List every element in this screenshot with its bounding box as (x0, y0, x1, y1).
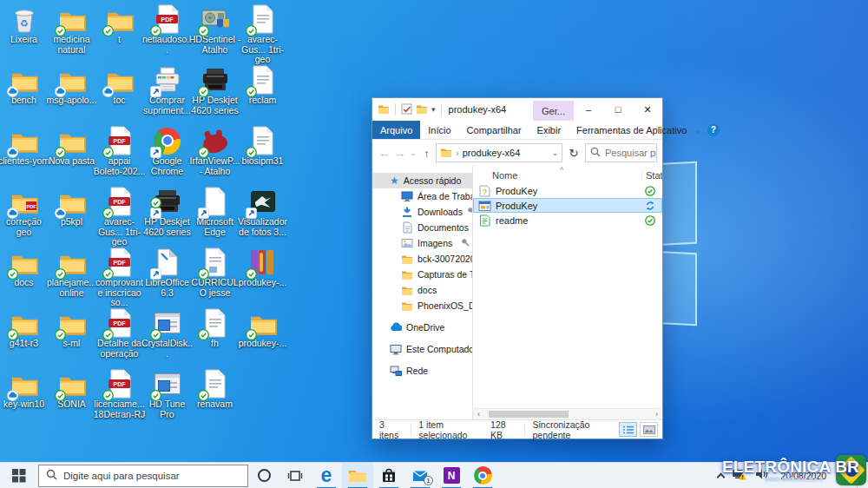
desktop-icon-detalhe-da-operacao[interactable]: PDFDetalhe da operação (95, 306, 143, 366)
taskbar-task-view-button[interactable] (279, 463, 311, 488)
contextual-tab-manage[interactable]: Ger... (533, 101, 574, 121)
file-row-produkey-1[interactable]: ?ProduKey (473, 183, 662, 198)
start-button[interactable] (0, 463, 38, 488)
refresh-icon[interactable]: ↻ (565, 147, 582, 160)
customize-qat-chevron-icon[interactable]: ▾ (431, 105, 436, 114)
scrollbar-thumb[interactable] (489, 411, 569, 418)
desktop-icon-g41t-r3[interactable]: g41t-r3 (0, 306, 48, 366)
address-dropdown-chevron-icon[interactable]: ⌄ (551, 148, 558, 157)
new-folder-icon[interactable] (416, 102, 428, 116)
minimize-button[interactable]: – (574, 98, 603, 121)
desktop-icon-s-ml[interactable]: s-ml (48, 306, 95, 366)
desktop-icon-visualizador-de-fotos-3[interactable]: Visualizador de fotos 3... (239, 184, 286, 245)
maximize-button[interactable]: □ (603, 98, 633, 121)
file-row-readme-3[interactable]: readme (473, 213, 662, 228)
hidden-icons-chevron-icon[interactable] (717, 472, 726, 481)
taskbar-onenote-button[interactable]: N (436, 463, 467, 488)
sidebar-item-docs[interactable]: docs (372, 282, 472, 298)
taskbar-file-explorer-button[interactable] (342, 463, 373, 488)
sidebar-item-imagens[interactable]: Imagens (372, 235, 472, 251)
properties-icon[interactable] (401, 103, 412, 116)
desktop-icon-key-win10[interactable]: key-win10 (0, 366, 48, 427)
sidebar-item-acesso-rapido[interactable]: ★Acesso rápido (372, 173, 472, 188)
desktop-icon-google-chrome[interactable]: Google Chrome (143, 123, 191, 184)
taskbar-search-input[interactable]: Digite aqui para pesquisar (38, 465, 248, 487)
desktop-icon-hdsentinel-atalho[interactable]: HDSentinel - Atalho (191, 2, 239, 63)
scroll-left-icon[interactable]: ‹ (473, 409, 484, 420)
sort-chevron-icon[interactable]: ^ (560, 166, 563, 175)
desktop-icon-avarec-gus-1tri-geo[interactable]: avarec-Gus... 1tri-geo (239, 2, 286, 63)
desktop-icon-correcao-geo[interactable]: PDFcorreção geo (0, 184, 48, 245)
network-warning-icon[interactable] (732, 468, 747, 484)
desktop-icon-toc[interactable]: toc (95, 63, 143, 123)
show-desktop-button[interactable] (857, 463, 861, 488)
desktop-icon-renavam[interactable]: renavam (191, 366, 239, 427)
menu-exibir[interactable]: Exibir (529, 121, 569, 139)
desktop-icon-hp-deskjet-4620-series[interactable]: HP Deskjet 4620 series (143, 184, 191, 245)
thumbnails-view-button[interactable] (640, 422, 658, 437)
desktop-icon-produkey[interactable]: produkey-... (239, 245, 286, 306)
desktop-icon-sonia[interactable]: SONIA (48, 366, 95, 427)
recent-locations-chevron-icon[interactable]: ⌄ (409, 148, 418, 157)
horizontal-scrollbar[interactable]: ‹ › (473, 408, 662, 419)
desktop-icon-msg-apolo[interactable]: msg-apolo... (48, 63, 95, 123)
desktop-icon-avarec-gus-1tri-geo[interactable]: PDFavarec-Gus... 1tri-geo (95, 184, 143, 245)
taskbar-store-button[interactable] (373, 463, 404, 488)
file-row-produkey-2[interactable]: ProduKey (473, 198, 662, 213)
taskbar-mail-button[interactable]: 1 (404, 463, 436, 488)
desktop-icon-curriculo-jesse[interactable]: CURRICULO jesse (191, 245, 239, 306)
search-input[interactable]: Pesquisar pro (585, 143, 657, 162)
sidebar-item-phoenixos-darkma[interactable]: PhoenixOS_DarkMa (372, 298, 472, 313)
ribbon-collapse-chevron-icon[interactable]: ⌄ (694, 126, 701, 135)
back-icon[interactable]: ← (378, 147, 391, 160)
up-icon[interactable]: ↑ (420, 147, 433, 160)
sidebar-item-bck-30072020[interactable]: bck-30072020 (372, 251, 472, 267)
column-header-status[interactable]: Stat (641, 170, 662, 181)
clock-date[interactable]: 20/08/2020 (780, 471, 826, 481)
desktop-icon-appai-boleto-202[interactable]: PDFappai Boleto-202... (95, 123, 143, 184)
taskbar-edge-button[interactable]: e (311, 463, 342, 488)
close-button[interactable]: ✕ (633, 98, 662, 121)
desktop-icon-lixeira[interactable]: ♻Lixeira (0, 2, 48, 63)
desktop-icon-planejame-online[interactable]: planejame... online (48, 245, 95, 306)
desktop-icon-irfanviewp-atalho[interactable]: IrfanViewP... - Atalho (191, 123, 239, 184)
desktop-icon-t[interactable]: t (95, 2, 143, 63)
sidebar-item-documentos[interactable]: Documentos (372, 220, 472, 235)
address-path[interactable]: produkey-x64 (463, 148, 521, 158)
desktop-icon-comprovante-inscricao-so[interactable]: PDFcomprovante inscricao so... (95, 245, 143, 306)
desktop-icon-reclam[interactable]: reclam (239, 63, 286, 123)
sidebar-item-onedrive[interactable]: OneDrive (372, 320, 472, 335)
desktop-icon-clientes-yom[interactable]: clientes-yom (0, 123, 48, 184)
desktop-icon-netlaudoso[interactable]: PDFnetlaudoso... (143, 2, 191, 63)
desktop-icon-licenciame-18detran-rj[interactable]: PDFlicenciame... 18Detran-RJ (95, 366, 143, 427)
title-bar[interactable]: ▾ produkey-x64 Ger... – □ ✕ (372, 98, 662, 121)
column-header-name[interactable]: Nome (473, 170, 641, 181)
desktop-icon-p5kpl[interactable]: p5kpl (48, 184, 95, 245)
desktop-icon-crystaldisk[interactable]: CrystalDisk... (143, 306, 191, 366)
desktop-icon-produkey[interactable]: produkey-... (239, 306, 286, 366)
desktop-icon-biosipm31[interactable]: biosipm31 (239, 123, 286, 184)
desktop-icon-hp-deskjet-4620-series[interactable]: HP Deskjet 4620 series (191, 63, 239, 123)
scrollbar-track[interactable] (484, 409, 651, 419)
quick-access-toolbar[interactable]: ▾ (378, 102, 444, 116)
address-input[interactable]: › produkey-x64 ⌄ (436, 143, 562, 162)
sidebar-item-capturas-de-tela[interactable]: Capturas de Tela (372, 267, 472, 282)
menu-arquivo[interactable]: Arquivo (372, 121, 420, 139)
sidebar-item-este-computador[interactable]: Este Computador (372, 341, 472, 357)
menu-compartilhar[interactable]: Compartilhar (459, 121, 529, 139)
forward-icon[interactable]: → (393, 147, 406, 160)
menu-ferramentas-de-aplicativo[interactable]: Ferramentas de Aplicativo (569, 121, 694, 139)
desktop-icon-docs[interactable]: docs (0, 245, 48, 306)
sidebar-item-area-de-trabalho[interactable]: Área de Trabalho (372, 188, 472, 204)
desktop-icon-comprar-supriment[interactable]: Comprar supriment... (143, 63, 191, 123)
desktop-icon-libreoffice-6-3[interactable]: LibreOffice 6.3 (143, 245, 191, 306)
desktop-icon-fh[interactable]: fh (191, 306, 239, 366)
sidebar-item-rede[interactable]: Rede (372, 363, 472, 379)
sidebar-item-downloads[interactable]: Downloads (372, 204, 472, 220)
help-icon[interactable]: ? (707, 124, 720, 136)
desktop-icon-nova-pasta[interactable]: Nova pasta (48, 123, 95, 184)
details-view-button[interactable] (619, 422, 637, 437)
desktop-icon-medicina-natural[interactable]: medicina natural (48, 2, 95, 63)
taskbar-cortana-button[interactable] (248, 463, 279, 488)
taskbar-chrome-button[interactable] (467, 463, 498, 488)
